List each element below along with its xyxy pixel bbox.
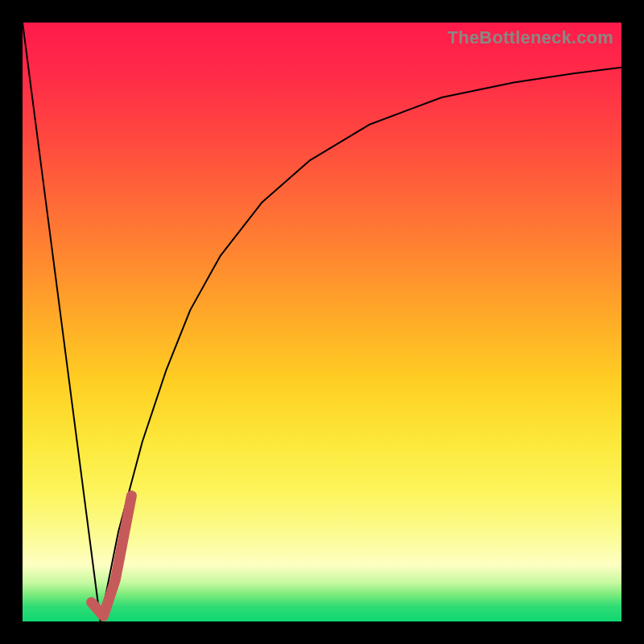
series-right-branch-curve bbox=[101, 68, 621, 621]
curves-layer bbox=[23, 23, 621, 621]
series-left-branch bbox=[23, 23, 101, 621]
plot-area: TheBottleneck.com bbox=[23, 23, 621, 621]
watermark-text: TheBottleneck.com bbox=[448, 27, 613, 48]
outer-frame: TheBottleneck.com bbox=[0, 0, 644, 644]
